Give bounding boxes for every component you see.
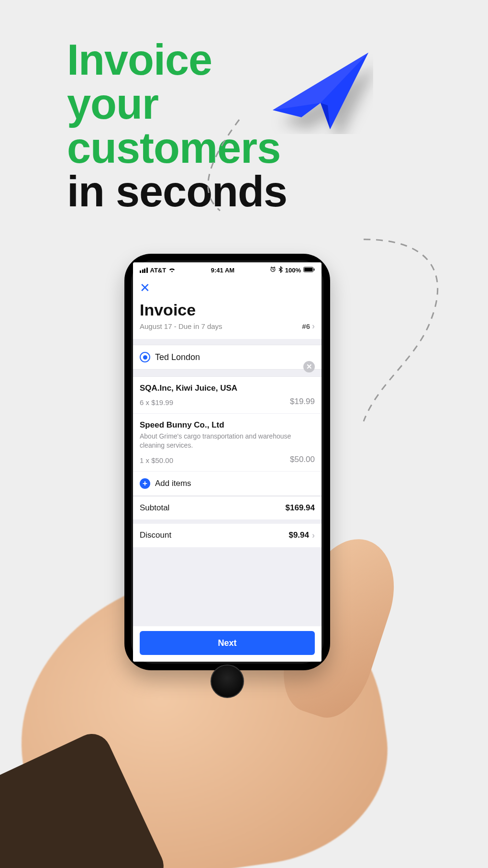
subtotal-value: $169.94	[286, 503, 315, 513]
invoice-number-link[interactable]: #6 ›	[302, 321, 315, 331]
subtotal-row: Subtotal $169.94	[133, 496, 322, 520]
bluetooth-icon	[278, 266, 283, 274]
next-button-label: Next	[218, 638, 236, 648]
item-price: $50.00	[290, 455, 315, 464]
hero-line-1: Invoice	[67, 38, 287, 82]
alarm-icon	[270, 266, 276, 274]
status-time: 9:41 AM	[211, 267, 234, 274]
item-title: SQA.Inc, Kiwi Juice, USA	[140, 383, 315, 393]
item-qty: 6 x $19.99	[140, 398, 173, 406]
hero-line-4: in seconds	[67, 170, 287, 214]
chevron-right-icon: ›	[312, 530, 315, 541]
item-description: About Grime's cargo transportation and w…	[140, 432, 315, 450]
status-bar: AT&T 9:41 AM 100%	[133, 262, 322, 278]
customer-row[interactable]: Ted London ✕	[133, 345, 322, 370]
line-items: SQA.Inc, Kiwi Juice, USA 6 x $19.99 $19.…	[133, 376, 322, 496]
phone-screen: AT&T 9:41 AM 100%	[133, 262, 322, 662]
svg-rect-5	[304, 268, 313, 271]
svg-rect-6	[314, 268, 315, 271]
discount-value: $9.94	[288, 530, 309, 540]
discount-row[interactable]: Discount $9.94 ›	[133, 520, 322, 548]
wifi-icon	[168, 267, 176, 273]
signal-icon	[140, 268, 148, 273]
battery-label: 100%	[285, 267, 301, 274]
hero-line-3: customers	[67, 126, 287, 170]
item-title: Speed Bunny Co., Ltd	[140, 420, 315, 430]
add-items-button[interactable]: + Add items	[133, 472, 322, 496]
line-item[interactable]: Speed Bunny Co., Ltd About Grime's cargo…	[133, 414, 322, 472]
item-qty: 1 x $50.00	[140, 456, 173, 464]
chevron-right-icon: ›	[312, 321, 315, 331]
discount-label: Discount	[140, 530, 171, 540]
battery-icon	[303, 267, 315, 274]
add-items-label: Add items	[155, 479, 191, 488]
clear-customer-button[interactable]: ✕	[303, 361, 315, 372]
phone-frame: AT&T 9:41 AM 100%	[124, 254, 330, 670]
carrier-label: AT&T	[150, 267, 166, 274]
close-button[interactable]: ✕	[140, 281, 150, 295]
hero-headline: Invoice your customers in seconds	[67, 38, 287, 214]
plus-icon: +	[140, 478, 150, 489]
item-price: $19.99	[290, 397, 315, 406]
invoice-header: Invoice August 17 - Due in 7 days #6 ›	[133, 294, 322, 339]
person-icon	[140, 352, 150, 362]
customer-name: Ted London	[155, 352, 200, 362]
next-button[interactable]: Next	[140, 631, 315, 655]
hero-line-2: your	[67, 82, 287, 126]
home-button[interactable]	[211, 665, 244, 698]
paper-plane-icon	[268, 48, 373, 134]
invoice-subtitle: August 17 - Due in 7 days	[140, 322, 222, 330]
line-item[interactable]: SQA.Inc, Kiwi Juice, USA 6 x $19.99 $19.…	[133, 377, 322, 414]
subtotal-label: Subtotal	[140, 503, 169, 513]
page-title: Invoice	[140, 301, 315, 319]
